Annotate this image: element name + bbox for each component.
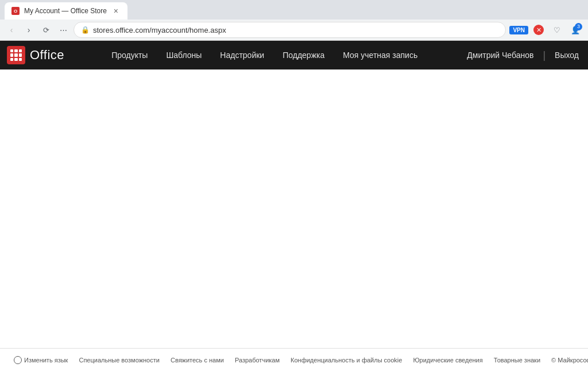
back-button[interactable]: ‹: [5, 23, 18, 37]
grid-dot-3: [19, 49, 22, 52]
footer-accessibility[interactable]: Специальные возможности: [74, 357, 164, 364]
tab-bar: O My Account — Office Store ×: [0, 0, 588, 20]
forward-button[interactable]: ›: [22, 23, 36, 37]
globe-icon: [14, 356, 22, 364]
reload-button[interactable]: ⟳: [39, 23, 53, 37]
grid-dot-4: [10, 53, 13, 56]
office-navbar: Office Продукты Шаблоны Надстройки Подде…: [0, 41, 588, 69]
footer: Изменить язык Специальные возможности Св…: [0, 348, 588, 371]
notification-badge: 3: [575, 23, 582, 30]
browser-actions: VPN ✕ ♡ 👤 3: [509, 22, 583, 38]
footer-privacy[interactable]: Конфиденциальность и файлы cookie: [286, 357, 407, 364]
footer-developers[interactable]: Разработчикам: [230, 357, 284, 364]
lock-icon: 🔒: [81, 26, 90, 34]
office-logo-area: Office: [0, 46, 71, 64]
grid-dot-1: [10, 49, 13, 52]
footer-trademarks[interactable]: Товарные знаки: [489, 357, 545, 364]
browser-toolbar: ‹ › ⟳ ⋯ 🔒 stores.office.com/myaccount/ho…: [0, 20, 588, 40]
grid-dot-6: [19, 53, 22, 56]
grid-dot-5: [14, 53, 17, 56]
browser-chrome: O My Account — Office Store × ‹ › ⟳ ⋯ 🔒 …: [0, 0, 588, 41]
footer-contact[interactable]: Свяжитесь с нами: [166, 357, 229, 364]
office-nav-links: Продукты Шаблоны Надстройки Поддержка Мо…: [71, 48, 458, 62]
footer-language-item[interactable]: Изменить язык: [9, 356, 72, 364]
tab-title: My Account — Office Store: [24, 7, 107, 15]
nav-link-support[interactable]: Поддержка: [283, 48, 324, 62]
profile-button[interactable]: 👤 3: [567, 22, 583, 38]
footer-copyright: © Майкрософт (Microsoft), 2016: [547, 357, 588, 364]
grid-dot-9: [19, 58, 22, 61]
office-brand-label: Office: [30, 48, 64, 63]
grid-dot-7: [10, 58, 13, 61]
url-domain: stores.office.com/myaccount/home.aspx: [93, 26, 226, 34]
nav-link-myaccount[interactable]: Моя учетная запись: [343, 48, 417, 62]
address-bar[interactable]: 🔒 stores.office.com/myaccount/home.aspx: [74, 22, 506, 38]
footer-legal[interactable]: Юридические сведения: [408, 357, 487, 364]
security-button[interactable]: ✕: [531, 22, 547, 38]
security-x-icon: ✕: [533, 25, 544, 35]
footer-language-label: Изменить язык: [24, 357, 68, 364]
nav-link-addins[interactable]: Надстройки: [220, 48, 264, 62]
nav-link-products[interactable]: Продукты: [111, 48, 148, 62]
favorite-button[interactable]: ♡: [549, 22, 565, 38]
office-nav-right: Дмитрий Чебанов | Выход: [458, 49, 588, 61]
tab-close-button[interactable]: ×: [111, 6, 121, 16]
url-display: stores.office.com/myaccount/home.aspx: [93, 26, 498, 34]
tab-favicon: O: [11, 7, 20, 15]
grid-dot-8: [14, 58, 17, 61]
apps-button[interactable]: ⋯: [56, 23, 70, 37]
vpn-badge: VPN: [509, 26, 528, 34]
logout-button[interactable]: Выход: [546, 51, 588, 60]
browser-tab[interactable]: O My Account — Office Store ×: [5, 2, 127, 20]
office-grid-icon[interactable]: [7, 46, 25, 64]
main-content: [0, 69, 588, 348]
nav-link-templates[interactable]: Шаблоны: [166, 48, 202, 62]
grid-dot-2: [14, 49, 17, 52]
user-name[interactable]: Дмитрий Чебанов: [458, 51, 543, 60]
